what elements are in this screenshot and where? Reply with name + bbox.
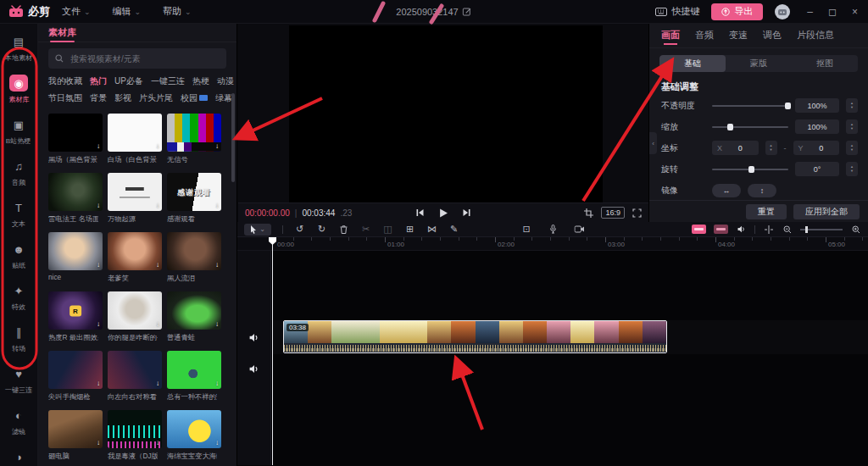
download-icon[interactable]: ↓ bbox=[215, 202, 219, 209]
subtab-基础[interactable]: 基础 bbox=[659, 55, 726, 72]
download-icon[interactable]: ↓ bbox=[156, 380, 159, 387]
sidebar-item-material-library[interactable]: ◉素材库 bbox=[0, 70, 38, 110]
download-icon[interactable]: ↓ bbox=[97, 439, 100, 447]
scale-value[interactable]: 100% bbox=[795, 119, 839, 134]
material-library-tab[interactable]: 素材库 bbox=[48, 26, 76, 42]
tab-调色[interactable]: 调色 bbox=[763, 29, 782, 44]
sidebar-item-audio[interactable]: ♫音频 bbox=[0, 153, 38, 193]
menu-1[interactable]: 文件⌄ bbox=[62, 5, 91, 18]
record-audio-button[interactable] bbox=[548, 225, 559, 234]
sidebar-item-sticker[interactable]: ☻贴纸 bbox=[0, 236, 38, 276]
material-card[interactable]: ↓海绵宝宝变大海绵 bbox=[167, 410, 221, 462]
timeline-ruler[interactable]: 00:0001:0002:0003:0004:0005:00 bbox=[237, 237, 868, 251]
rename-icon[interactable] bbox=[463, 7, 472, 16]
material-search[interactable] bbox=[48, 48, 226, 69]
material-card[interactable]: ↓向左向右对称看 bbox=[108, 351, 162, 402]
mirror-horizontal-button[interactable]: ↔ bbox=[712, 184, 741, 197]
material-card[interactable]: ↓黑人流泪 bbox=[167, 232, 221, 284]
category-chip[interactable]: 一键三连 bbox=[151, 75, 185, 87]
shortcut-button[interactable]: 快捷键 bbox=[655, 5, 699, 18]
cover-setting-button[interactable] bbox=[692, 225, 706, 234]
coordinate-y-stepper[interactable]: ▲▼ bbox=[846, 141, 858, 155]
download-icon[interactable]: ↓ bbox=[97, 142, 100, 150]
sidebar-item-triple-like[interactable]: ♥一键三连 bbox=[0, 361, 38, 401]
download-icon[interactable]: ↓ bbox=[215, 261, 219, 269]
material-card[interactable]: ↓我是毒液（DJ版） bbox=[108, 410, 162, 462]
subtab-抠图[interactable]: 抠图 bbox=[792, 55, 858, 72]
material-card[interactable]: R↓热度R 最出圈效果 bbox=[48, 291, 103, 343]
rotate-value[interactable]: 0° bbox=[795, 162, 839, 176]
category-chip[interactable]: 热梗 bbox=[192, 75, 209, 87]
material-card[interactable]: ↓无信号 bbox=[167, 114, 221, 165]
material-card[interactable]: ↓砸电脑 bbox=[48, 410, 103, 462]
apply-to-all-button[interactable]: 应用到全部 bbox=[793, 204, 860, 219]
category-chip[interactable]: 我的收藏 bbox=[48, 75, 82, 87]
tab-片段信息[interactable]: 片段信息 bbox=[797, 29, 834, 44]
coordinate-x-stepper[interactable]: ▲▼ bbox=[765, 141, 777, 155]
tab-画面[interactable]: 画面 bbox=[661, 29, 680, 44]
download-icon[interactable]: ↓ bbox=[97, 380, 100, 387]
snap-toggle-button[interactable] bbox=[763, 225, 774, 234]
download-icon[interactable]: ↓ bbox=[156, 202, 159, 209]
video-canvas[interactable] bbox=[289, 25, 603, 202]
play-button[interactable] bbox=[439, 208, 448, 218]
material-card[interactable]: ↓你的腿是咋断的-名场面 bbox=[108, 291, 162, 343]
sidebar-item-local-media[interactable]: ▤本地素材 bbox=[0, 29, 38, 69]
material-card[interactable]: ↓黑场（黑色背景） bbox=[48, 114, 103, 165]
undo-button[interactable]: ↺ bbox=[294, 224, 305, 235]
menu-3[interactable]: 帮助⌄ bbox=[163, 5, 192, 18]
download-icon[interactable]: ↓ bbox=[97, 261, 100, 269]
category-chip[interactable]: 背景 bbox=[90, 92, 107, 104]
select-tool-button[interactable]: ⌄ bbox=[244, 224, 271, 236]
download-icon[interactable]: ↓ bbox=[215, 439, 219, 447]
material-card[interactable]: ↓白场（白色背景） bbox=[108, 114, 162, 165]
video-clip[interactable]: 03:38 bbox=[283, 320, 667, 353]
opacity-stepper[interactable]: ▲▼ bbox=[846, 98, 858, 113]
sidebar-item-filter[interactable]: ◐滤镜 bbox=[0, 402, 38, 442]
video-track-mute-button[interactable] bbox=[246, 329, 263, 346]
download-icon[interactable]: ↓ bbox=[156, 261, 159, 269]
fullscreen-icon[interactable] bbox=[632, 208, 642, 218]
sidebar-item-effects[interactable]: ✦特效 bbox=[0, 278, 38, 318]
mirror-vertical-button[interactable]: ↕ bbox=[748, 184, 776, 197]
material-card[interactable]: ↓尖叫手掏烟枪 bbox=[48, 351, 103, 402]
export-button[interactable]: 导出 bbox=[711, 3, 763, 20]
category-chip[interactable]: UP必备 bbox=[114, 75, 143, 87]
material-card[interactable]: ↓nice bbox=[48, 232, 103, 284]
timeline-zoom-slider[interactable] bbox=[800, 229, 843, 230]
subtitle-recognition-button[interactable]: ⊡ bbox=[521, 224, 532, 235]
previous-frame-button[interactable] bbox=[416, 208, 425, 217]
subtitle-toggle-button[interactable] bbox=[714, 225, 728, 234]
menu-2[interactable]: 编辑⌄ bbox=[113, 5, 142, 18]
sidebar-item-bilibili-memes[interactable]: ▣B站热梗 bbox=[0, 112, 38, 152]
opacity-value[interactable]: 100% bbox=[795, 98, 839, 113]
sidebar-item-color-grading[interactable]: ◑调色 bbox=[0, 444, 38, 466]
category-chip[interactable]: 片头片尾 bbox=[139, 92, 173, 104]
category-chip[interactable]: 动漫 bbox=[217, 75, 234, 87]
crop-icon[interactable] bbox=[584, 208, 593, 218]
scale-slider[interactable] bbox=[712, 123, 788, 131]
scale-stepper[interactable]: ▲▼ bbox=[846, 119, 858, 134]
user-avatar[interactable] bbox=[775, 4, 790, 19]
download-icon[interactable]: ↓ bbox=[215, 142, 219, 150]
material-card[interactable]: ↓雷电法王 名场面 bbox=[48, 173, 103, 225]
material-card[interactable]: ↓总有一种不祥的预感… bbox=[167, 351, 221, 402]
download-icon[interactable]: ↓ bbox=[156, 320, 159, 328]
panel-collapse-handle[interactable]: ‹ bbox=[649, 132, 657, 154]
sidebar-item-transition[interactable]: ∥转场 bbox=[0, 319, 38, 359]
split-clip-button[interactable]: ✂ bbox=[360, 224, 371, 235]
marker-pen-button[interactable]: ✎ bbox=[448, 224, 459, 235]
subtab-蒙版[interactable]: 蒙版 bbox=[726, 55, 792, 72]
category-chip[interactable]: 影视 bbox=[114, 92, 131, 104]
crop-clip-button[interactable]: ◫ bbox=[382, 224, 393, 235]
minimize-button[interactable]: – bbox=[807, 6, 813, 18]
material-card[interactable]: ↓老爹笑 bbox=[108, 232, 162, 284]
reset-button[interactable]: 重置 bbox=[746, 204, 787, 219]
download-icon[interactable]: ↓ bbox=[156, 142, 159, 150]
redo-button[interactable]: ↻ bbox=[316, 224, 327, 235]
track-volume-button[interactable] bbox=[736, 225, 747, 233]
close-button[interactable]: × bbox=[852, 6, 858, 18]
search-input[interactable] bbox=[69, 53, 213, 64]
next-frame-button[interactable] bbox=[463, 208, 471, 217]
coordinate-y-field[interactable]: Y0 bbox=[793, 141, 840, 155]
